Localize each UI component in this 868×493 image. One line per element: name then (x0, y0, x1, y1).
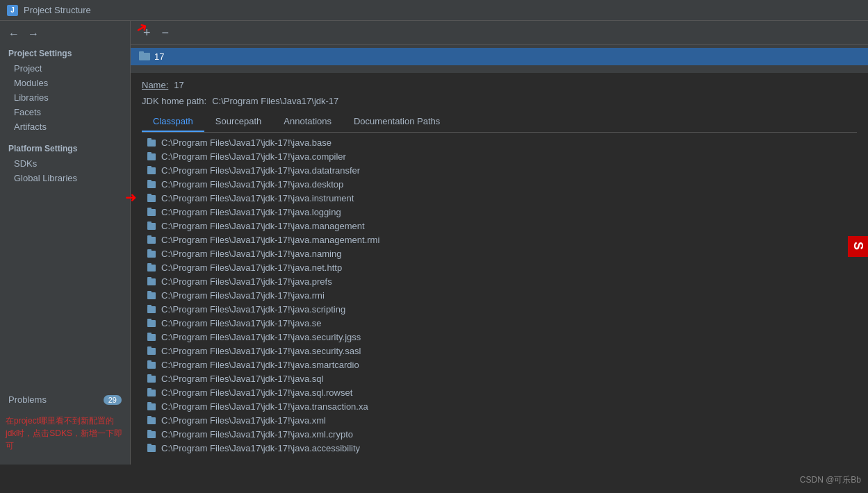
jar-icon (146, 373, 157, 384)
jar-icon (146, 331, 157, 342)
jar-icon (146, 415, 157, 426)
svg-rect-28 (147, 320, 156, 327)
app-icon: J (7, 5, 18, 16)
jar-icon (146, 248, 157, 259)
sidebar-item-libraries[interactable]: Libraries (0, 90, 130, 105)
tab-documentation-paths[interactable]: Documentation Paths (343, 112, 451, 132)
list-item[interactable]: C:\Program Files\Java17\jdk-17!\java.nam… (142, 246, 857, 260)
list-item[interactable]: C:\Program Files\Java17\jdk-17!\java.rmi (142, 288, 857, 302)
sidebar-item-sdks[interactable]: SDKs (0, 156, 130, 171)
list-item[interactable]: C:\Program Files\Java17\jdk-17!\java.man… (142, 219, 857, 233)
problems-row[interactable]: Problems 29 (0, 390, 130, 409)
list-item[interactable]: C:\Program Files\Java17\jdk-17!\java.se (142, 316, 857, 330)
jar-icon (146, 303, 157, 315)
list-item[interactable]: C:\Program Files\Java17\jdk-17!\java.log… (142, 205, 857, 219)
svg-rect-20 (147, 265, 156, 271)
jar-icon (146, 178, 157, 190)
jar-icon (146, 345, 157, 356)
forward-button[interactable]: → (25, 26, 42, 42)
svg-rect-24 (147, 292, 156, 299)
svg-rect-17 (147, 235, 152, 237)
jar-icon (146, 428, 157, 440)
list-item[interactable]: C:\Program Files\Java17\jdk-17!\java.net… (142, 260, 857, 274)
jar-icon (146, 401, 157, 412)
remove-sdk-button[interactable]: − (158, 25, 174, 40)
list-item[interactable]: C:\Program Files\Java17\jdk-17!\java.sma… (142, 358, 857, 371)
jar-icon (146, 276, 157, 287)
problems-badge: 29 (104, 395, 122, 405)
list-item[interactable]: C:\Program Files\Java17\jdk-17!\java.bas… (142, 135, 857, 149)
jar-icon (146, 442, 157, 453)
svg-rect-21 (147, 263, 152, 265)
jar-icon (146, 387, 157, 398)
svg-rect-25 (147, 291, 152, 293)
svg-rect-8 (147, 181, 156, 188)
problems-label: Problems (8, 394, 47, 405)
list-item[interactable]: C:\Program Files\Java17\jdk-17!\java.pre… (142, 274, 857, 288)
svg-rect-10 (147, 195, 156, 202)
list-item[interactable]: C:\Program Files\Java17\jdk-17!\java.acc… (142, 441, 857, 455)
svg-rect-15 (147, 222, 152, 224)
list-item[interactable]: C:\Program Files\Java17\jdk-17!\java.sql (142, 371, 857, 385)
name-label: Name: (142, 80, 168, 90)
list-item[interactable]: C:\Program Files\Java17\jdk-17!\java.xml (142, 413, 857, 427)
svg-rect-11 (147, 194, 152, 196)
sidebar: ← → Project Settings Project Modules Lib… (0, 21, 131, 465)
list-item[interactable]: C:\Program Files\Java17\jdk-17!\java.des… (142, 177, 857, 191)
classpath-list: C:\Program Files\Java17\jdk-17!\java.bas… (142, 133, 857, 458)
svg-rect-18 (147, 251, 156, 258)
svg-rect-12 (147, 209, 156, 216)
svg-rect-31 (147, 333, 152, 335)
jar-icon (146, 290, 157, 301)
list-item[interactable]: C:\Program Files\Java17\jdk-17!\java.dat… (142, 163, 857, 177)
svg-rect-30 (147, 334, 156, 341)
sidebar-item-facets[interactable]: Facets (0, 105, 130, 119)
add-sdk-button[interactable]: + (139, 25, 155, 40)
jar-icon (146, 317, 157, 328)
list-item[interactable]: C:\Program Files\Java17\jdk-17!\java.ins… (142, 191, 857, 205)
jar-icon (146, 220, 157, 231)
tab-classpath[interactable]: Classpath (142, 112, 204, 132)
sdk-folder-icon (139, 51, 150, 62)
tab-sourcepath[interactable]: Sourcepath (204, 112, 273, 132)
tab-annotations[interactable]: Annotations (272, 112, 343, 132)
svg-rect-40 (147, 403, 156, 410)
svg-rect-13 (147, 208, 152, 210)
watermark: CSDN @可乐Bb (800, 474, 861, 486)
svg-rect-0 (139, 53, 150, 60)
svg-rect-27 (147, 305, 152, 307)
name-value: 17 (174, 80, 183, 90)
list-item[interactable]: C:\Program Files\Java17\jdk-17!\java.com… (142, 149, 857, 163)
sidebar-item-global-libraries[interactable]: Global Libraries (0, 171, 130, 185)
svg-rect-32 (147, 348, 156, 355)
sdk-list: 17 (131, 45, 868, 73)
jar-icon (146, 262, 157, 273)
svg-rect-35 (147, 360, 152, 362)
svg-rect-23 (147, 277, 152, 279)
svg-rect-36 (147, 376, 156, 383)
back-button[interactable]: ← (6, 26, 22, 42)
list-item[interactable]: C:\Program Files\Java17\jdk-17!\java.xml… (142, 427, 857, 441)
svg-rect-2 (147, 140, 156, 147)
jdk-home-value: C:\Program Files\Java17\jdk-17 (212, 96, 338, 106)
list-item[interactable]: C:\Program Files\Java17\jdk-17!\java.sec… (142, 344, 857, 358)
list-item[interactable]: C:\Program Files\Java17\jdk-17!\java.man… (142, 233, 857, 246)
project-settings-header: Project Settings (0, 44, 130, 61)
svg-rect-29 (147, 319, 152, 321)
tabs-row: Classpath Sourcepath Annotations Documen… (142, 112, 857, 133)
svg-rect-45 (147, 430, 152, 432)
detail-panel: Name: 17 JDK home path: C:\Program Files… (131, 73, 868, 465)
svg-rect-5 (147, 152, 152, 154)
sidebar-item-project[interactable]: Project (0, 61, 130, 76)
list-item[interactable]: C:\Program Files\Java17\jdk-17!\java.sql… (142, 385, 857, 399)
sidebar-item-artifacts[interactable]: Artifacts (0, 119, 130, 134)
sidebar-nav: ← → (0, 24, 130, 44)
window-title: Project Structure (24, 5, 91, 15)
list-item[interactable]: C:\Program Files\Java17\jdk-17!\java.tra… (142, 399, 857, 413)
list-item[interactable]: C:\Program Files\Java17\jdk-17!\java.sec… (142, 330, 857, 344)
svg-rect-26 (147, 306, 156, 313)
svg-rect-6 (147, 167, 156, 174)
sidebar-item-modules[interactable]: Modules (0, 76, 130, 90)
list-item[interactable]: C:\Program Files\Java17\jdk-17!\java.scr… (142, 302, 857, 316)
sdk-item-17[interactable]: 17 (131, 48, 868, 65)
